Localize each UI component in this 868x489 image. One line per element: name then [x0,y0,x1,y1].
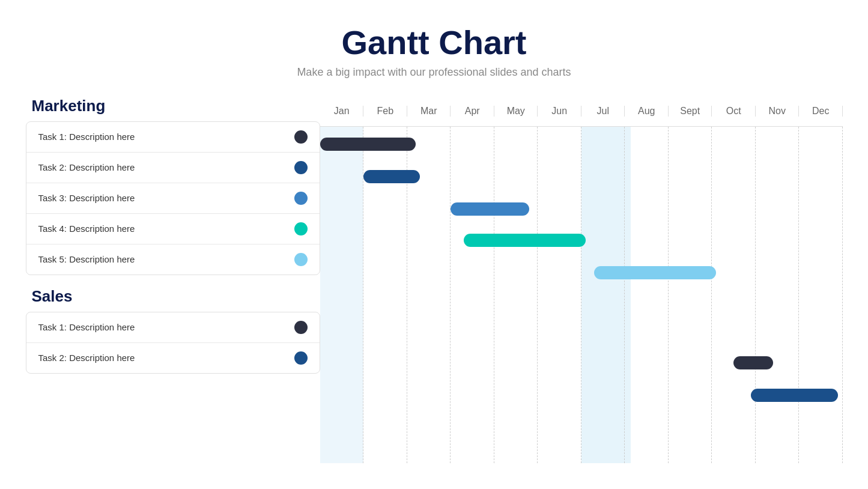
page-header: Gantt Chart Make a big impact with our p… [297,24,571,79]
shade-jan [320,127,363,463]
grid-col-apr [451,127,494,463]
marketing-task-table: Task 1: Description here Task 2: Descrip… [26,121,320,275]
marketing-bar-2 [363,170,420,183]
month-jun: Jun [538,106,581,117]
month-aug: Aug [625,106,669,117]
month-mar: Mar [407,106,451,117]
month-oct: Oct [712,106,756,117]
marketing-bar-5 [594,266,716,279]
task-label: Task 4: Description here [38,223,135,234]
table-row: Task 2: Description here [26,343,320,373]
left-panel: Marketing Task 1: Description here Task … [26,97,320,463]
grid-col-sept [669,127,712,463]
gantt-body [320,127,843,463]
month-may: May [494,106,538,117]
task-label: Task 2: Description here [38,162,135,172]
month-dec: Dec [799,106,843,117]
table-row: Task 2: Description here [26,153,320,183]
month-nov: Nov [756,106,800,117]
month-jul: Jul [581,106,625,117]
marketing-bar-4 [464,234,586,247]
marketing-bar-3 [451,202,529,216]
page: Gantt Chart Make a big impact with our p… [0,0,868,489]
task-dot [294,130,308,144]
marketing-bar-1 [320,138,416,151]
table-row: Task 5: Description here [26,244,320,275]
grid-col-may [494,127,538,463]
sales-bar-1 [733,356,772,369]
page-subtitle: Make a big impact with our professional … [297,66,571,79]
task-label: Task 1: Description here [38,322,135,332]
sales-title: Sales [26,287,320,306]
grid-col-jan [320,127,364,463]
grid-col-jun [538,127,581,463]
gantt-container: Jan Feb Mar Apr May Jun Jul Aug Sept Oct… [320,97,843,463]
month-sept: Sept [669,106,712,117]
month-jan: Jan [320,106,364,117]
grid-col-aug [625,127,669,463]
task-dot [294,161,308,174]
table-row: Task 1: Description here [26,122,320,153]
task-dot [294,351,308,365]
task-dot [294,253,308,266]
task-label: Task 1: Description here [38,132,135,142]
months-header: Jan Feb Mar Apr May Jun Jul Aug Sept Oct… [320,97,843,127]
grid-col-oct [712,127,756,463]
grid-col-nov [756,127,800,463]
marketing-title: Marketing [26,97,320,115]
sales-bar-2 [751,389,838,402]
task-label: Task 3: Description here [38,193,135,203]
month-apr: Apr [451,106,494,117]
table-row: Task 3: Description here [26,183,320,214]
task-dot [294,222,308,235]
month-feb: Feb [363,106,407,117]
table-row: Task 1: Description here [26,312,320,343]
task-dot [294,321,308,334]
task-label: Task 2: Description here [38,353,135,363]
page-title: Gantt Chart [297,24,571,61]
chart-area: Marketing Task 1: Description here Task … [26,97,843,463]
table-row: Task 4: Description here [26,214,320,244]
sales-task-table: Task 1: Description here Task 2: Descrip… [26,312,320,374]
shade-jul [581,127,631,463]
task-label: Task 5: Description here [38,254,135,264]
grid-col-jul [581,127,625,463]
grid-col-dec [799,127,843,463]
task-dot [294,192,308,205]
